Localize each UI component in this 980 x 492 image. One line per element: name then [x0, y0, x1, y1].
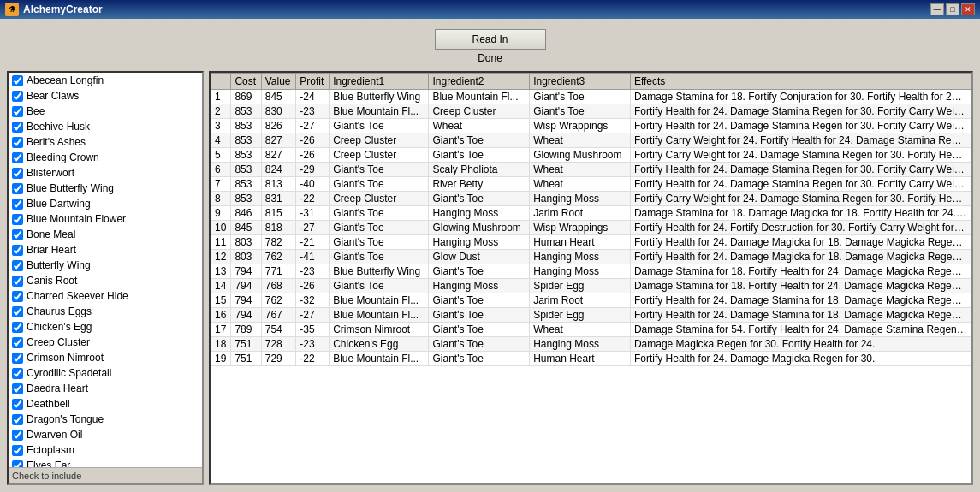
table-header[interactable]: Cost [231, 74, 261, 90]
ingredient-checkbox[interactable] [12, 260, 23, 271]
ingredient-checkbox[interactable] [12, 414, 23, 425]
table-row[interactable]: 6853824-29Giant's ToeScaly PholiotaWheat… [211, 163, 971, 177]
table-row[interactable]: 5853827-26Creep ClusterGiant's ToeGlowin… [211, 148, 971, 163]
ingredient-checkbox[interactable] [12, 106, 23, 117]
ingredient-checkbox[interactable] [12, 229, 23, 240]
table-row[interactable]: 14794768-26Giant's ToeHanging MossSpider… [211, 279, 971, 293]
table-row[interactable]: 2853830-23Blue Mountain Fl...Creep Clust… [211, 104, 971, 119]
ingredient-checkbox[interactable] [12, 152, 23, 163]
table-cell: 751 [231, 352, 261, 366]
list-item[interactable]: Elves Ear [9, 458, 202, 467]
table-row[interactable]: 9846815-31Giant's ToeHanging MossJarim R… [211, 206, 971, 221]
table-cell: 3 [211, 119, 231, 133]
ingredient-checkbox[interactable] [12, 245, 23, 256]
table-cell: Fortify Carry Weight for 24. Fortify Hea… [630, 133, 971, 148]
done-label: Done [478, 52, 502, 64]
table-row[interactable]: 3853826-27Giant's ToeWheatWisp Wrappings… [211, 119, 971, 133]
table-row[interactable]: 12803762-41Giant's ToeGlow DustHanging M… [211, 250, 971, 264]
list-item[interactable]: Dragon's Tongue [9, 412, 202, 427]
ingredient-checkbox[interactable] [12, 399, 23, 410]
read-in-button[interactable]: Read In [435, 29, 546, 50]
ingredient-checkbox[interactable] [12, 137, 23, 148]
table-row[interactable]: 17789754-35Crimson NimrootGiant's ToeWhe… [211, 323, 971, 337]
table-cell: Wheat [530, 177, 631, 192]
table-row[interactable]: 1869845-24Blue Butterfly WingBlue Mounta… [211, 90, 971, 104]
list-item[interactable]: Blisterwort [9, 165, 202, 181]
table-header[interactable]: Profit [296, 74, 330, 90]
list-item[interactable]: Blue Dartwing [9, 196, 202, 211]
ingredient-checkbox[interactable] [12, 122, 23, 133]
list-item[interactable]: Cyrodilic Spadetail [9, 365, 202, 381]
table-row[interactable]: 13794771-23Blue Butterfly WingGiant's To… [211, 264, 971, 279]
ingredient-checkbox[interactable] [12, 460, 23, 468]
list-item[interactable]: Bone Meal [9, 227, 202, 242]
table-cell: Giant's Toe [429, 337, 530, 352]
list-item[interactable]: Briar Heart [9, 242, 202, 258]
table-header[interactable]: Ingredient2 [429, 74, 530, 90]
list-item[interactable]: Bear Claws [9, 88, 202, 104]
list-item[interactable]: Creep Cluster [9, 335, 202, 350]
table-header[interactable] [211, 74, 231, 90]
table-row[interactable]: 11803782-21Giant's ToeHanging MossHuman … [211, 235, 971, 250]
table-row[interactable]: 10845818-27Giant's ToeGlowing MushroomWi… [211, 221, 971, 235]
list-item[interactable]: Ectoplasm [9, 442, 202, 458]
table-header[interactable]: Ingredient3 [530, 74, 631, 90]
list-item[interactable]: Abecean Longfin [9, 73, 202, 88]
ingredient-checkbox[interactable] [12, 199, 23, 210]
table-cell: Hanging Moss [429, 279, 530, 293]
list-item[interactable]: Deathbell [9, 396, 202, 412]
ingredient-checkbox[interactable] [12, 430, 23, 441]
ingredient-checkbox[interactable] [12, 291, 23, 302]
ingredient-checkbox[interactable] [12, 168, 23, 179]
table-cell: -21 [296, 235, 330, 250]
table-row[interactable]: 8853831-22Creep ClusterGiant's ToeHangin… [211, 192, 971, 206]
list-item[interactable]: Blue Butterfly Wing [9, 181, 202, 196]
ingredient-checkbox[interactable] [12, 276, 23, 287]
table-header[interactable]: Effects [630, 74, 971, 90]
table-row[interactable]: 18751728-23Chicken's EggGiant's ToeHangi… [211, 337, 971, 352]
list-item[interactable]: Canis Root [9, 273, 202, 288]
list-item[interactable]: Daedra Heart [9, 381, 202, 396]
table-cell: Scaly Pholiota [429, 163, 530, 177]
ingredient-checkbox[interactable] [12, 183, 23, 194]
table-row[interactable]: 7853813-40Giant's ToeRiver BettyWheatFor… [211, 177, 971, 192]
table-row[interactable]: 16794767-27Blue Mountain Fl...Giant's To… [211, 308, 971, 323]
ingredient-checkbox[interactable] [12, 214, 23, 225]
ingredient-checkbox[interactable] [12, 353, 23, 364]
maximize-button[interactable]: □ [946, 3, 959, 15]
table-row[interactable]: 4853827-26Creep ClusterGiant's ToeWheatF… [211, 133, 971, 148]
list-item[interactable]: Berit's Ashes [9, 134, 202, 150]
table-cell: -23 [296, 337, 330, 352]
table-header[interactable]: Ingredient1 [330, 74, 429, 90]
ingredient-checkbox[interactable] [12, 368, 23, 379]
ingredient-name: Bleeding Crown [27, 151, 99, 163]
list-item[interactable]: Chicken's Egg [9, 319, 202, 335]
list-item[interactable]: Bleeding Crown [9, 150, 202, 165]
ingredient-checkbox[interactable] [12, 91, 23, 102]
ingredient-checkbox[interactable] [12, 337, 23, 348]
table-cell: 803 [231, 235, 261, 250]
list-item[interactable]: Bee [9, 104, 202, 119]
ingredient-checkbox[interactable] [12, 75, 23, 86]
table-scroll[interactable]: CostValueProfitIngredient1Ingredient2Ing… [211, 73, 971, 483]
list-item[interactable]: Beehive Husk [9, 119, 202, 134]
list-item[interactable]: Butterfly Wing [9, 258, 202, 273]
ingredient-checkbox[interactable] [12, 383, 23, 394]
close-button[interactable]: ✕ [961, 3, 975, 15]
list-item[interactable]: Chaurus Eggs [9, 304, 202, 319]
ingredient-name: Bone Meal [27, 228, 75, 240]
list-item[interactable]: Charred Skeever Hide [9, 288, 202, 304]
list-item[interactable]: Blue Mountain Flower [9, 211, 202, 227]
minimize-button[interactable]: — [930, 3, 944, 15]
table-row[interactable]: 19751729-22Blue Mountain Fl...Giant's To… [211, 352, 971, 366]
table-header[interactable]: Value [261, 74, 296, 90]
table-row[interactable]: 15794762-32Blue Mountain Fl...Giant's To… [211, 293, 971, 308]
table-cell: 10 [211, 221, 231, 235]
ingredient-scroll[interactable]: Abecean LongfinBear ClawsBeeBeehive Husk… [9, 73, 202, 467]
list-item[interactable]: Dwarven Oil [9, 427, 202, 442]
list-item[interactable]: Crimson Nimroot [9, 350, 202, 365]
ingredient-checkbox[interactable] [12, 306, 23, 317]
table-cell: Damage Stamina for 18. Fortify Health fo… [630, 279, 971, 293]
ingredient-checkbox[interactable] [12, 445, 23, 456]
ingredient-checkbox[interactable] [12, 322, 23, 333]
